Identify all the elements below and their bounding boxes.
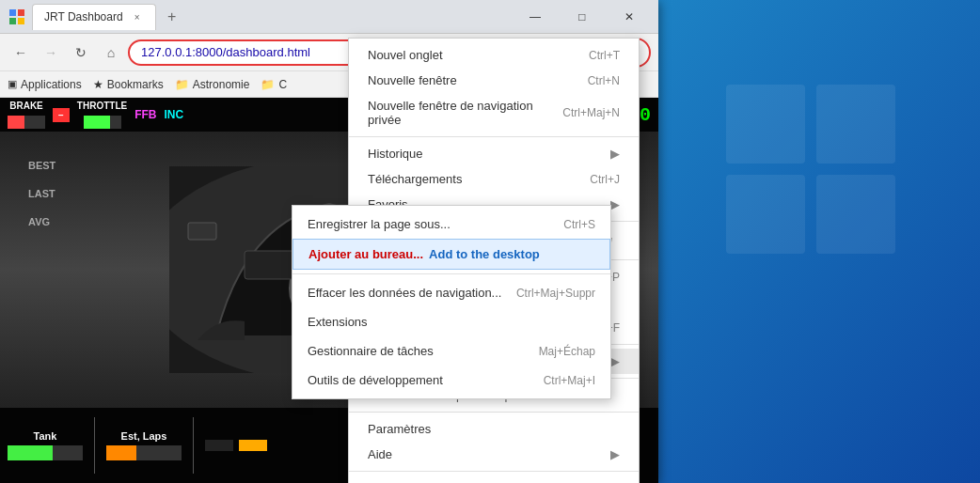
reload-button[interactable]: ↻	[68, 39, 94, 66]
downloads-shortcut: Ctrl+J	[590, 173, 620, 186]
tank-label: Tank	[34, 430, 57, 442]
estlaps-fill	[106, 445, 136, 460]
private-shortcut: Ctrl+Maj+N	[562, 106, 620, 119]
address-text: 127.0.0.1:8000/dashboard.html	[141, 45, 310, 59]
menu-new-tab[interactable]: Nouvel onglet Ctrl+T	[349, 42, 639, 68]
separator-1	[349, 136, 639, 137]
save-page-label: Enregistrer la page sous...	[308, 217, 450, 231]
estlaps-cell: Est, Laps	[106, 430, 182, 460]
menu-quit[interactable]: Quitter Ctrl+Maj+Q	[349, 475, 639, 483]
tank-bar	[8, 445, 83, 460]
bottom-indicators	[205, 440, 267, 451]
throttle-fill	[84, 116, 110, 129]
throttle-bar	[84, 116, 121, 129]
svg-rect-4	[9, 9, 16, 16]
add-to-desktop-label-en: Add to the desktop	[429, 247, 540, 261]
settings-label: Paramètres	[368, 422, 431, 436]
separator1	[94, 417, 95, 474]
browser-logo	[8, 8, 26, 26]
extensions-label: Extensions	[308, 315, 368, 329]
apps-label: Applications	[21, 78, 82, 91]
menu-private-window[interactable]: Nouvelle fenêtre de navigation privée Ct…	[349, 93, 639, 132]
help-arrow: ▶	[610, 447, 620, 461]
brake-fill	[8, 116, 24, 129]
new-tab-button[interactable]: +	[160, 5, 184, 29]
avg-lap-label: AVG	[28, 216, 50, 227]
clear-data-label: Effacer les données de navigation...	[308, 286, 501, 300]
history-arrow: ▶	[610, 147, 620, 161]
minimize-button[interactable]: —	[514, 3, 557, 31]
ffb-label: FFB	[134, 108, 156, 121]
bookmarks-label: Bookmarks	[107, 78, 164, 91]
folder-icon: 📁	[175, 78, 189, 91]
more-tools-submenu: Enregistrer la page sous... Ctrl+S Ajout…	[292, 205, 611, 399]
add-to-desktop-label-fr: Ajouter au bureau...	[308, 247, 423, 261]
astro-label: Astronomie	[193, 78, 250, 91]
last-lap-label: LAST	[28, 188, 55, 199]
apps-grid-icon: ▣	[8, 78, 17, 90]
dev-tools-label: Outils de développement	[308, 373, 443, 387]
estlaps-bar	[106, 445, 182, 460]
tank-cell: Tank	[8, 430, 83, 460]
svg-rect-6	[9, 18, 16, 24]
other-bookmark[interactable]: 📁 C	[261, 78, 287, 91]
back-button[interactable]: ←	[8, 39, 34, 66]
submenu-add-to-desktop[interactable]: Ajouter au bureau... Add to the desktop	[292, 239, 610, 270]
inc-label: INC	[165, 108, 184, 121]
browser-tab[interactable]: JRT Dashboard ×	[32, 4, 156, 30]
menu-history[interactable]: Historique ▶	[349, 141, 639, 166]
downloads-label: Téléchargements	[368, 172, 462, 186]
submenu-save-page[interactable]: Enregistrer la page sous... Ctrl+S	[292, 210, 610, 239]
tab-label: JRT Dashboard	[44, 10, 123, 23]
menu-settings[interactable]: Paramètres	[349, 416, 639, 442]
other-label: C	[278, 78, 287, 91]
task-manager-label: Gestionnaire de tâches	[308, 344, 434, 358]
apps-bookmark[interactable]: ▣ Applications	[8, 78, 82, 91]
svg-rect-17	[188, 223, 216, 240]
clear-data-shortcut: Ctrl+Maj+Suppr	[516, 287, 595, 300]
menu-new-window[interactable]: Nouvelle fenêtre Ctrl+N	[349, 68, 639, 93]
bookmarks-item[interactable]: ★ Bookmarks	[93, 78, 164, 91]
task-manager-shortcut: Maj+Échap	[539, 345, 595, 358]
tank-fill	[8, 445, 53, 460]
menu-help[interactable]: Aide ▶	[349, 442, 639, 467]
favorites-arrow: ▶	[610, 197, 620, 211]
private-window-label: Nouvelle fenêtre de navigation privée	[368, 99, 562, 127]
new-tab-label: Nouvel onglet	[368, 48, 443, 62]
separator2	[193, 417, 194, 474]
window-controls: — □ ✕	[514, 3, 651, 31]
brake-bar	[8, 116, 45, 129]
brake-label: BRAKE	[9, 101, 43, 112]
svg-rect-2	[726, 175, 805, 254]
indicator2	[239, 440, 267, 451]
submenu-extensions[interactable]: Extensions	[292, 307, 610, 336]
tab-close-button[interactable]: ×	[131, 10, 144, 23]
astro-bookmark[interactable]: 📁 Astronomie	[175, 78, 250, 91]
menu-downloads[interactable]: Téléchargements Ctrl+J	[349, 166, 639, 192]
title-bar: JRT Dashboard × + — □ ✕	[0, 0, 658, 34]
maximize-button[interactable]: □	[561, 3, 604, 31]
more-tools-arrow: ▶	[610, 354, 620, 368]
submenu-task-manager[interactable]: Gestionnaire de tâches Maj+Échap	[292, 336, 610, 366]
submenu-clear-data[interactable]: Effacer les données de navigation... Ctr…	[292, 278, 610, 307]
close-button[interactable]: ✕	[608, 3, 651, 31]
new-window-shortcut: Ctrl+N	[588, 74, 620, 87]
best-lap-label: BEST	[28, 160, 55, 171]
svg-rect-3	[816, 175, 895, 254]
help-label: Aide	[368, 447, 392, 461]
estlaps-label: Est, Laps	[121, 430, 167, 442]
home-button[interactable]: ⌂	[98, 39, 124, 66]
svg-rect-1	[816, 85, 895, 164]
throttle-label: THROTTLE	[77, 101, 127, 112]
forward-button[interactable]: →	[38, 39, 64, 66]
dev-tools-shortcut: Ctrl+Maj+I	[544, 374, 595, 387]
submenu-dev-tools[interactable]: Outils de développement Ctrl+Maj+I	[292, 366, 610, 395]
indicator1	[205, 440, 233, 451]
separator-6	[349, 412, 639, 413]
svg-rect-7	[18, 18, 24, 24]
bookmark-star-icon2: ★	[93, 78, 103, 91]
new-tab-shortcut: Ctrl+T	[589, 49, 620, 62]
history-label: Historique	[368, 147, 423, 161]
svg-rect-0	[726, 85, 805, 164]
other-folder-icon: 📁	[261, 78, 275, 91]
